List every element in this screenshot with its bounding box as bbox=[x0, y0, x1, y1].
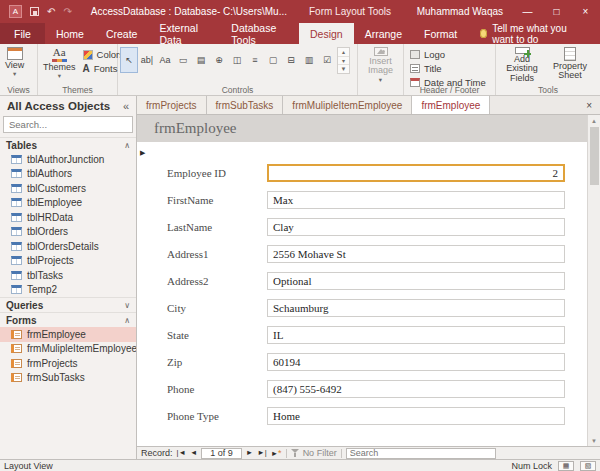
logo-button[interactable]: Logo bbox=[406, 48, 490, 61]
ribbon-tab-database-tools[interactable]: Database Tools bbox=[220, 23, 299, 44]
chevron-down-icon: ∨ bbox=[124, 301, 130, 310]
add-existing-fields-button[interactable]: Add Existing Fields bbox=[498, 46, 546, 84]
no-filter-button[interactable]: No Filter bbox=[303, 448, 337, 458]
scroll-down-icon[interactable]: ▼ bbox=[591, 435, 597, 446]
insert-image-icon bbox=[374, 47, 388, 56]
field-input-lastname[interactable]: Clay bbox=[267, 218, 565, 236]
minimize-button[interactable]: — bbox=[513, 0, 542, 23]
sidebar-item-frmEmployee[interactable]: frmEmployee bbox=[0, 327, 136, 342]
logo-button-label: Logo bbox=[424, 49, 445, 60]
navigation-pane-title[interactable]: All Access Objects bbox=[7, 100, 110, 112]
shutter-bar-icon[interactable]: « bbox=[123, 100, 129, 112]
doc-tab-frmProjects[interactable]: frmProjects bbox=[137, 96, 207, 114]
property-sheet-button[interactable]: Property Sheet bbox=[546, 46, 594, 84]
form-view-toggle[interactable]: ▦ bbox=[558, 461, 574, 471]
field-input-city[interactable]: Schaumburg bbox=[267, 299, 565, 317]
sidebar-item-Temp2[interactable]: Temp2 bbox=[0, 283, 136, 298]
form-header-section[interactable]: frmEmployee bbox=[137, 115, 587, 142]
doc-tab-frmEmployee[interactable]: frmEmployee bbox=[412, 96, 490, 114]
textbox-control-icon[interactable]: ab| bbox=[138, 47, 156, 73]
select-tool-icon[interactable]: ↖ bbox=[120, 47, 138, 73]
section-header-forms[interactable]: Forms ∧ bbox=[0, 312, 136, 327]
save-icon[interactable] bbox=[30, 7, 39, 16]
close-button[interactable]: × bbox=[571, 0, 600, 23]
field-input-phone[interactable]: (847) 555-6492 bbox=[267, 380, 565, 398]
field-input-state[interactable]: IL bbox=[267, 326, 565, 344]
form-field-row: State IL bbox=[167, 325, 565, 344]
tell-me-box[interactable]: Tell me what you want to do bbox=[468, 23, 600, 44]
maximize-button[interactable]: □ bbox=[542, 0, 571, 23]
themes-button-label: Themes bbox=[43, 63, 76, 72]
record-position[interactable]: 1 of 9 bbox=[201, 448, 242, 459]
field-label-lastname: LastName bbox=[167, 221, 267, 233]
button-control-icon[interactable]: ▭ bbox=[174, 47, 192, 73]
field-input-firstname[interactable]: Max bbox=[267, 191, 565, 209]
search-input[interactable] bbox=[9, 119, 137, 130]
close-document-icon[interactable]: × bbox=[578, 96, 600, 114]
navigation-search-box[interactable] bbox=[3, 116, 133, 133]
insert-image-button[interactable]: Insert Image ▾ bbox=[360, 46, 401, 84]
sidebar-item-tblHRData[interactable]: tblHRData bbox=[0, 210, 136, 225]
web-browser-control-icon[interactable]: ◫ bbox=[228, 47, 246, 73]
sidebar-item-tblProjects[interactable]: tblProjects bbox=[0, 254, 136, 269]
title-button[interactable]: Title bbox=[406, 62, 490, 75]
previous-record-button[interactable]: ◄ bbox=[190, 449, 197, 457]
field-input-address2[interactable]: Optional bbox=[267, 272, 565, 290]
ribbon-tab-design[interactable]: Design bbox=[299, 23, 354, 44]
form-field-row: Zip 60194 bbox=[167, 352, 565, 371]
ribbon-tab-external-data[interactable]: External Data bbox=[148, 23, 220, 44]
tab-control-icon[interactable]: ▤ bbox=[192, 47, 210, 73]
doc-tab-frmSubTasks[interactable]: frmSubTasks bbox=[207, 96, 284, 114]
field-input-zip[interactable]: 60194 bbox=[267, 353, 565, 371]
new-record-button[interactable]: ►* bbox=[271, 449, 282, 458]
navigation-control-icon[interactable]: ≡ bbox=[246, 47, 264, 73]
last-record-button[interactable]: ►| bbox=[257, 449, 266, 457]
field-input-phone-type[interactable]: Home bbox=[267, 407, 565, 425]
form-field-row: Address1 2556 Mohave St bbox=[167, 244, 565, 263]
record-search-input[interactable] bbox=[350, 448, 492, 458]
chart-control-icon[interactable]: ▥ bbox=[300, 47, 318, 73]
field-input-employee-id[interactable]: 2 bbox=[267, 164, 565, 182]
doc-tab-frmMulipleItemEmployee[interactable]: frmMulipleItemEmployee bbox=[283, 96, 412, 114]
next-record-button[interactable]: ► bbox=[246, 449, 253, 457]
view-button[interactable]: View ▾ bbox=[2, 46, 27, 84]
sidebar-item-tblCustomers[interactable]: tblCustomers bbox=[0, 181, 136, 196]
sidebar-item-tblEmployee[interactable]: tblEmployee bbox=[0, 196, 136, 211]
gallery-more-icon[interactable]: ▼ bbox=[338, 65, 349, 73]
sidebar-item-tblAuthorJunction[interactable]: tblAuthorJunction bbox=[0, 152, 136, 167]
ribbon-tab-format[interactable]: Format bbox=[413, 23, 468, 44]
sidebar-item-frmProjects[interactable]: frmProjects bbox=[0, 356, 136, 371]
sidebar-item-tblOrdersDetails[interactable]: tblOrdersDetails bbox=[0, 239, 136, 254]
gallery-scroll-up-icon[interactable]: ▴ bbox=[338, 48, 349, 57]
gallery-scroll-down-icon[interactable]: ▾ bbox=[338, 57, 349, 66]
ribbon-tab-file[interactable]: File bbox=[0, 23, 45, 44]
record-search-box[interactable] bbox=[346, 448, 496, 459]
hyperlink-control-icon[interactable]: ⊕ bbox=[210, 47, 228, 73]
scrollbar-thumb[interactable] bbox=[590, 127, 599, 185]
section-header-queries[interactable]: Queries ∨ bbox=[0, 297, 136, 312]
design-view-toggle[interactable]: ▧ bbox=[580, 461, 596, 471]
field-input-address1[interactable]: 2556 Mohave St bbox=[267, 245, 565, 263]
form-field-row: LastName Clay bbox=[167, 217, 565, 236]
checkbox-control-icon[interactable]: ☑ bbox=[318, 47, 336, 73]
sidebar-item-tblOrders[interactable]: tblOrders bbox=[0, 225, 136, 240]
redo-icon[interactable]: ↷ bbox=[63, 7, 71, 17]
ribbon-tab-arrange[interactable]: Arrange bbox=[354, 23, 413, 44]
vertical-scrollbar[interactable]: ▲ ▼ bbox=[587, 115, 600, 446]
label-control-icon[interactable]: Aa bbox=[156, 47, 174, 73]
undo-icon[interactable]: ↶ bbox=[47, 7, 55, 17]
option-group-control-icon[interactable]: ▢ bbox=[264, 47, 282, 73]
sidebar-item-tblTasks[interactable]: tblTasks bbox=[0, 268, 136, 283]
sidebar-item-tblAuthors[interactable]: tblAuthors bbox=[0, 167, 136, 182]
themes-button[interactable]: Aa Themes ▾ bbox=[40, 46, 79, 84]
first-record-button[interactable]: |◄ bbox=[177, 449, 186, 457]
scroll-up-icon[interactable]: ▲ bbox=[591, 115, 597, 126]
ribbon-tab-home[interactable]: Home bbox=[45, 23, 95, 44]
combo-box-control-icon[interactable]: ⊟ bbox=[282, 47, 300, 73]
ribbon-tab-create[interactable]: Create bbox=[95, 23, 149, 44]
section-header-tables[interactable]: Tables ∧ bbox=[0, 137, 136, 152]
form-title[interactable]: frmEmployee bbox=[154, 120, 236, 137]
sidebar-item-frmMulipleItemEmployee[interactable]: frmMulipleItemEmployee bbox=[0, 342, 136, 357]
signed-in-user[interactable]: Muhammad Waqas bbox=[417, 6, 503, 17]
sidebar-item-frmSubTasks[interactable]: frmSubTasks bbox=[0, 371, 136, 386]
